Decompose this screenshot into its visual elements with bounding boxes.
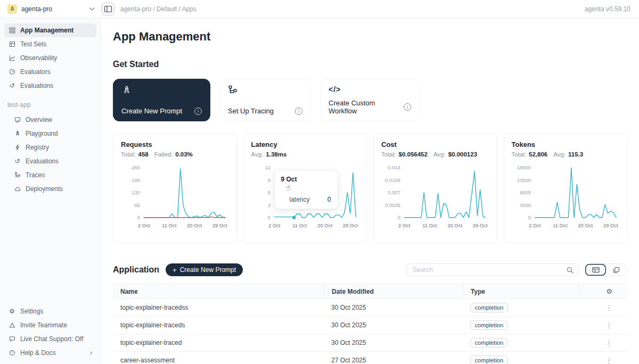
- set-up-tracing-card[interactable]: Set Up Tracing i: [219, 79, 311, 121]
- create-new-prompt-card[interactable]: Create New Prompt i: [113, 79, 210, 121]
- svg-text:2 Oct: 2 Oct: [398, 222, 411, 228]
- app-name[interactable]: career-assessment: [113, 357, 324, 364]
- info-icon[interactable]: i: [194, 107, 202, 115]
- get-started-cards: Create New Prompt i Set Up Tracing i </>…: [113, 79, 627, 121]
- sidebar-item-evaluations-app[interactable]: ↺ Evaluations: [10, 154, 96, 168]
- info-icon[interactable]: i: [295, 107, 302, 115]
- view-toggle: [585, 263, 627, 276]
- kebab-menu-icon: ⋮: [605, 321, 612, 329]
- create-new-prompt-button[interactable]: + Create New Prompt: [166, 263, 243, 276]
- chevron-down-icon: [89, 7, 95, 11]
- sidebar-item-settings[interactable]: ⚙ Settings: [4, 304, 96, 318]
- sidebar-panel-icon: [104, 5, 112, 13]
- svg-text:2 Oct: 2 Oct: [138, 222, 150, 228]
- date-modified: 27 Oct 2025: [324, 357, 463, 364]
- app-version: agenta v0.59.10: [585, 5, 639, 13]
- svg-text:20 Oct: 20 Oct: [187, 222, 202, 228]
- monitor-icon: [14, 117, 21, 123]
- app-name[interactable]: topic-explainer-traced: [113, 339, 324, 346]
- table-view-button[interactable]: [585, 264, 606, 276]
- sidebar-group-label: test-app: [7, 101, 96, 109]
- sidebar-item-playground[interactable]: Playground: [10, 127, 96, 140]
- cost-chart[interactable]: 0.0140.01050.0070.003502 Oct11 Oct20 Oct…: [381, 164, 489, 230]
- card-view-icon: [613, 267, 620, 274]
- column-header-name[interactable]: Name: [113, 284, 324, 299]
- sidebar-item-evaluators[interactable]: Evaluators: [4, 65, 96, 79]
- chart-title: Requests: [121, 140, 229, 148]
- search-icon: [567, 267, 574, 274]
- tooltip-date: 9 Oct: [281, 176, 331, 183]
- row-actions[interactable]: ⋮: [578, 304, 627, 312]
- sidebar-item-observability[interactable]: Observability: [4, 51, 96, 65]
- chart-line-icon: [9, 55, 15, 61]
- svg-text:11 Oct: 11 Oct: [292, 222, 307, 228]
- tokens-chart[interactable]: 18000135009000450002 Oct11 Oct20 Oct29 O…: [512, 164, 620, 230]
- date-modified: 30 Oct 2025: [324, 321, 463, 329]
- row-actions[interactable]: ⋮: [578, 357, 627, 364]
- date-modified: 30 Oct 2025: [324, 339, 463, 346]
- svg-text:2 Oct: 2 Oct: [268, 222, 280, 228]
- breadcrumb[interactable]: agenta-pro / Default / Apps: [120, 5, 196, 13]
- app-name[interactable]: topic-explainer-tracedss: [113, 304, 324, 311]
- column-header-type[interactable]: Type: [463, 284, 578, 299]
- type-badge: completion: [470, 320, 508, 330]
- sidebar-item-invite-teammate[interactable]: Invite Teammate: [4, 318, 96, 332]
- sidebar-item-app-management[interactable]: App Management: [4, 23, 96, 37]
- kebab-menu-icon: ⋮: [605, 357, 612, 364]
- search-input[interactable]: [412, 266, 563, 274]
- workspace-selector[interactable]: A agenta-pro: [0, 4, 101, 14]
- cloud-icon: [14, 186, 21, 192]
- chart-stats: Total:458 Failed:0.03%: [121, 151, 229, 158]
- svg-text:260: 260: [132, 164, 140, 170]
- loop-icon: ↺: [9, 82, 15, 89]
- table-icon: [9, 41, 15, 47]
- code-icon: </>: [329, 85, 411, 94]
- sidebar-item-help-docs[interactable]: ? Help & Docs ›: [4, 346, 96, 360]
- table-row[interactable]: topic-explainer-traced 30 Oct 2025 compl…: [113, 334, 627, 352]
- rocket-icon: [14, 130, 21, 137]
- application-heading: Application: [113, 265, 159, 275]
- sidebar-item-test-sets[interactable]: Test Sets: [4, 37, 96, 51]
- type-badge: completion: [470, 303, 508, 312]
- svg-text:0: 0: [398, 214, 400, 220]
- rocket-icon: [121, 85, 132, 96]
- chart-title: Tokens: [512, 140, 620, 148]
- chart-title: Cost: [381, 140, 489, 148]
- type-badge: completion: [470, 338, 508, 348]
- sidebar-toggle-button[interactable]: [101, 2, 115, 16]
- chart-title: Latency: [251, 140, 359, 148]
- table-row[interactable]: career-assessment 27 Oct 2025 completion…: [113, 352, 627, 364]
- svg-text:65: 65: [135, 202, 141, 208]
- svg-text:11 Oct: 11 Oct: [162, 222, 176, 228]
- card-label: Create Custom Workflow: [329, 99, 396, 115]
- card-view-button[interactable]: [606, 264, 627, 276]
- column-header-date-modified[interactable]: Date Modified: [324, 284, 463, 299]
- svg-text:20 Oct: 20 Oct: [447, 222, 462, 228]
- sidebar-item-evaluations[interactable]: ↺ Evaluations: [4, 79, 96, 93]
- svg-text:29 Oct: 29 Oct: [473, 222, 488, 228]
- lightning-icon: [14, 144, 21, 151]
- app-name[interactable]: topic-explainer-traceds: [113, 321, 324, 329]
- requests-chart[interactable]: 2601951306502 Oct11 Oct20 Oct29 Oct: [121, 164, 229, 230]
- sidebar-item-traces[interactable]: Traces: [10, 168, 96, 182]
- sidebar-item-deployments[interactable]: Deployments: [10, 182, 96, 196]
- column-settings[interactable]: ⚙: [578, 284, 627, 299]
- sidebar-bottom-group: ⚙ Settings Invite Teammate Live Chat Sup…: [4, 304, 96, 360]
- svg-text:0.0035: 0.0035: [385, 202, 400, 208]
- create-custom-workflow-card[interactable]: </> Create Custom Workflow i: [320, 79, 420, 121]
- row-actions[interactable]: ⋮: [578, 321, 627, 329]
- table-row[interactable]: topic-explainer-tracedss 30 Oct 2025 com…: [113, 299, 627, 317]
- series-dot: [281, 197, 286, 202]
- row-actions[interactable]: ⋮: [578, 339, 627, 347]
- sidebar-item-overview[interactable]: Overview: [10, 113, 96, 127]
- table-header: Name Date Modified Type ⚙: [113, 284, 627, 299]
- type-cell: completion: [463, 303, 578, 312]
- svg-text:20 Oct: 20 Oct: [317, 222, 332, 228]
- table-row[interactable]: topic-explainer-traceds 30 Oct 2025 comp…: [113, 317, 627, 334]
- cost-chart-card: Cost Total:$0.056452 Avg:$0.000123 0.014…: [373, 133, 497, 243]
- sidebar-item-registry[interactable]: Registry: [10, 140, 96, 154]
- chevron-right-icon: ›: [90, 349, 92, 357]
- svg-text:?: ?: [11, 351, 13, 354]
- sidebar-item-live-chat[interactable]: Live Chat Support: Off: [4, 332, 96, 346]
- info-icon[interactable]: i: [404, 103, 411, 111]
